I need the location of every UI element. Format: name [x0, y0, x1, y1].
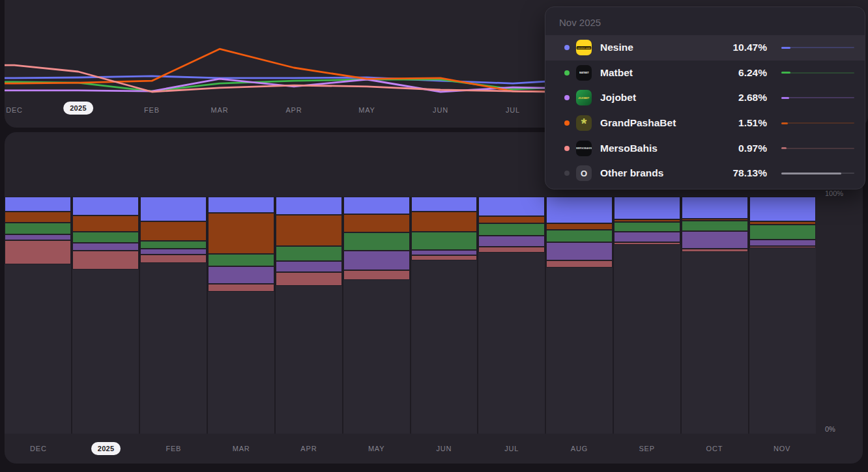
tooltip-row-other-brands[interactable]: OOther brands78.13%: [545, 161, 865, 186]
x-axis-month-label: JUN: [436, 445, 452, 452]
bar-segment-jojobet[interactable]: [749, 240, 816, 246]
tooltip-row-mersobahis[interactable]: MERSOBAHISMersoBahis0.97%: [545, 135, 865, 161]
bar-segment-matbet[interactable]: [5, 223, 71, 234]
bar-segment-mersobahis[interactable]: [682, 249, 748, 252]
legend-dot-icon: [564, 120, 570, 126]
bar-segment-mersobahis[interactable]: [343, 270, 410, 281]
bar-segment-grandpashabet[interactable]: [411, 212, 478, 232]
bar-segment-nesine[interactable]: [411, 197, 478, 212]
bar-segment-jojobet[interactable]: [208, 266, 274, 283]
bar-segment-grandpashabet[interactable]: [5, 212, 71, 223]
bar-segment-mersobahis[interactable]: [546, 260, 613, 268]
tooltip-row-nesine[interactable]: nesine.comNesine10.47%: [545, 35, 865, 61]
bar-column-apr[interactable]: [276, 197, 342, 434]
bar-column-oct[interactable]: [682, 197, 748, 434]
brand-sparkline: [781, 122, 854, 124]
bar-segment-matbet[interactable]: [749, 225, 816, 240]
brand-logo-text: MERSOBAHIS: [576, 147, 592, 150]
bar-segment-nesine[interactable]: [682, 197, 748, 219]
bar-segment-nesine[interactable]: [208, 197, 274, 213]
bar-segment-matbet[interactable]: [276, 246, 342, 261]
brand-sparkline: [781, 46, 854, 49]
bar-segment-jojobet[interactable]: [276, 261, 342, 273]
bar-segment-jojobet[interactable]: [140, 249, 207, 255]
brand-logo-icon: JOJOBET: [576, 90, 592, 105]
bar-segment-nesine[interactable]: [5, 197, 71, 212]
brand-share-value: 0.97%: [716, 143, 767, 154]
legend-dot-icon: [564, 146, 570, 151]
bar-segment-nesine[interactable]: [72, 197, 139, 215]
brand-name: Matbet: [600, 67, 716, 79]
bar-segment-jojobet[interactable]: [614, 232, 680, 242]
brand-share-value: 78.13%: [716, 167, 767, 179]
bar-segment-grandpashabet[interactable]: [276, 215, 342, 246]
x-axis-month-label: JUL: [506, 106, 520, 114]
bar-segment-mersobahis[interactable]: [72, 251, 139, 270]
bar-segment-nesine[interactable]: [614, 197, 680, 219]
bar-segment-grandpashabet[interactable]: [72, 215, 139, 232]
bar-segment-matbet[interactable]: [140, 241, 207, 249]
bar-segment-nesine[interactable]: [749, 197, 816, 221]
bar-column-may[interactable]: [343, 197, 410, 434]
bar-segment-mersobahis[interactable]: [276, 272, 342, 285]
bar-column-feb[interactable]: [140, 197, 207, 434]
bar-column-jun[interactable]: [411, 197, 478, 434]
bar-segment-nesine[interactable]: [546, 197, 613, 223]
tooltip-row-matbet[interactable]: MATBETMatbet6.24%: [545, 61, 865, 86]
brand-logo-icon: nesine.com: [576, 40, 592, 55]
brand-share-value: 2.68%: [716, 92, 767, 104]
bar-segment-matbet[interactable]: [478, 223, 545, 236]
bar-segment-mersobahis[interactable]: [411, 255, 478, 260]
bar-x-axis-cell: JUL: [478, 442, 545, 455]
bar-segment-mersobahis[interactable]: [749, 246, 816, 249]
bar-segment-mersobahis[interactable]: [140, 255, 207, 263]
bar-column-sep[interactable]: [614, 197, 680, 434]
bar-segment-matbet[interactable]: [72, 232, 139, 243]
bar-segment-nesine[interactable]: [276, 197, 342, 215]
bar-segment-matbet[interactable]: [343, 232, 410, 251]
bar-segment-grandpashabet[interactable]: [478, 216, 545, 223]
bar-segment-nesine[interactable]: [478, 197, 545, 216]
bar-segment-mersobahis[interactable]: [478, 247, 545, 252]
x-axis-month-label: JUL: [504, 445, 519, 452]
bar-segment-mersobahis[interactable]: [208, 284, 274, 292]
brand-sparkline: [781, 72, 854, 74]
x-axis-month-label: OCT: [706, 445, 723, 452]
bar-column-2025[interactable]: [72, 197, 139, 434]
bar-column-nov[interactable]: [749, 197, 816, 434]
bar-column-dec[interactable]: [5, 197, 71, 434]
x-axis-month-label: FEB: [144, 106, 160, 114]
bar-segment-jojobet[interactable]: [478, 236, 545, 247]
bar-segment-jojobet[interactable]: [411, 250, 478, 255]
bar-segment-nesine[interactable]: [140, 197, 207, 221]
bar-segment-matbet[interactable]: [208, 254, 274, 266]
bar-segment-jojobet[interactable]: [5, 234, 71, 240]
bar-segment-grandpashabet[interactable]: [546, 223, 613, 230]
bar-segment-mersobahis[interactable]: [5, 240, 71, 264]
bar-segment-matbet[interactable]: [411, 232, 478, 250]
x-axis-month-label: MAR: [211, 106, 229, 114]
bar-segment-jojobet[interactable]: [682, 231, 748, 249]
bar-segment-matbet[interactable]: [614, 222, 680, 232]
bar-segment-grandpashabet[interactable]: [140, 221, 207, 241]
bar-segment-nesine[interactable]: [343, 197, 410, 214]
bar-column-jul[interactable]: [478, 197, 545, 434]
brand-sparkline: [781, 147, 854, 150]
bar-segment-matbet[interactable]: [682, 221, 748, 231]
bar-x-axis-cell: NOV: [748, 442, 816, 455]
bar-segment-jojobet[interactable]: [72, 243, 139, 251]
bar-segment-jojobet[interactable]: [343, 251, 410, 270]
bar-segment-grandpashabet[interactable]: [343, 214, 410, 232]
bar-segment-matbet[interactable]: [546, 230, 613, 242]
bar-segment-jojobet[interactable]: [546, 242, 613, 260]
bar-segment-grandpashabet[interactable]: [208, 213, 274, 254]
x-axis-month-label: MAR: [233, 445, 250, 452]
tooltip-row-jojobet[interactable]: JOJOBETJojobet2.68%: [545, 85, 865, 111]
bar-segment-mersobahis[interactable]: [614, 242, 680, 245]
brand-sparkline: [781, 172, 854, 174]
bar-column-aug[interactable]: [546, 197, 613, 434]
brand-logo-icon: O: [576, 165, 592, 181]
bar-column-mar[interactable]: [208, 197, 274, 434]
brand-share-value: 10.47%: [716, 42, 767, 53]
tooltip-row-grandpashabet[interactable]: *GrandPashaBet1.51%: [545, 111, 865, 136]
